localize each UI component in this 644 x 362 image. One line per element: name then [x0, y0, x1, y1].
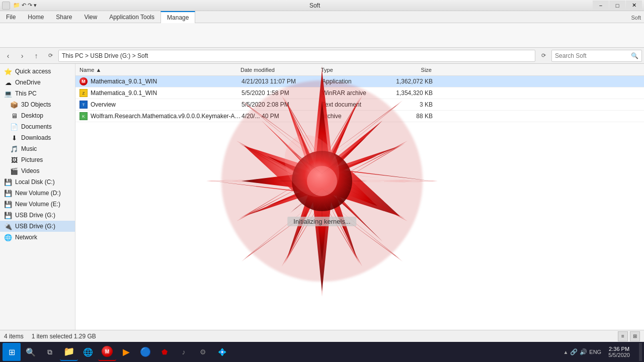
column-header-name[interactable]: Name ▲: [79, 67, 240, 73]
taskbar-task-view[interactable]: ⧉: [41, 343, 59, 361]
sidebar-item-desktop[interactable]: 🖥 Desktop: [0, 110, 75, 121]
items-count: 4 items: [4, 333, 24, 340]
taskbar-vlc[interactable]: ▶: [117, 343, 135, 361]
start-button[interactable]: ⊞: [3, 343, 21, 361]
tiles-view-button[interactable]: ⊞: [630, 331, 640, 341]
this-pc-icon: 💻: [4, 89, 12, 98]
sidebar-item-label: Network: [15, 234, 37, 241]
tab-home[interactable]: Home: [22, 11, 50, 23]
breadcrumb[interactable]: This PC > USB Drive (G:) > Soft: [58, 50, 535, 62]
column-header-size[interactable]: Size: [381, 67, 432, 73]
tab-share[interactable]: Share: [50, 11, 78, 23]
vst-icon: ♪: [182, 348, 186, 356]
taskbar-chrome[interactable]: 🔵: [136, 343, 154, 361]
sidebar-item-label: USB Drive (G:): [15, 212, 55, 219]
address-bar: ‹ › ↑ ⟳ This PC > USB Drive (G:) > Soft …: [0, 48, 644, 64]
taskbar-appx[interactable]: 💠: [213, 343, 231, 361]
sidebar-item-this-pc[interactable]: 💻 This PC: [0, 88, 75, 99]
tray-speaker-icon: 🔊: [580, 348, 587, 355]
column-header-date[interactable]: Date modified: [240, 67, 321, 73]
documents-icon: 📄: [10, 123, 18, 131]
close-button[interactable]: ✕: [626, 1, 642, 11]
network-icon: 🌐: [4, 233, 12, 241]
appx-icon: 💠: [218, 348, 226, 356]
sidebar-item-usb-drive-g-top[interactable]: 💾 USB Drive (G:): [0, 210, 75, 221]
file-size: 1,362,072 KB: [382, 78, 433, 85]
file-type: archive: [322, 113, 382, 120]
pictures-icon: 🖼: [10, 156, 18, 164]
taskbar-file-explorer[interactable]: 📁: [60, 343, 78, 361]
show-desktop-button[interactable]: [639, 343, 642, 361]
tab-title: Soft: [628, 13, 644, 23]
sidebar-item-label: Desktop: [21, 112, 43, 119]
refresh-button[interactable]: ⟳: [44, 50, 56, 62]
sidebar-item-quick-access[interactable]: ⭐ Quick access: [0, 66, 75, 77]
tab-view[interactable]: View: [78, 11, 103, 23]
tray-chevron[interactable]: ▲: [563, 349, 568, 355]
sidebar-item-downloads[interactable]: ⬇ Downloads: [0, 132, 75, 143]
back-button[interactable]: ‹: [2, 50, 14, 62]
table-row[interactable]: T Overview 5/5/2020 2:08 PM Text documen…: [75, 99, 644, 111]
file-icon-key: K: [79, 112, 88, 120]
start-icon: ⊞: [9, 347, 15, 357]
mathematica-icon: M: [102, 346, 113, 357]
minimize-button[interactable]: −: [593, 1, 609, 11]
taskbar-edge[interactable]: 🌐: [79, 343, 97, 361]
file-type: Text document: [322, 101, 382, 108]
sidebar-item-label: New Volume (D:): [15, 190, 61, 197]
taskbar-mathematica[interactable]: M: [98, 343, 116, 361]
sidebar-item-label: OneDrive: [15, 79, 41, 86]
sidebar: ⭐ Quick access ☁ OneDrive 💻 This PC 📦 3D…: [0, 64, 75, 346]
taskbar-process[interactable]: ⚙: [194, 343, 212, 361]
sidebar-item-local-disk-c[interactable]: 💾 Local Disk (C:): [0, 176, 75, 188]
file-type: Application: [322, 78, 382, 85]
sidebar-item-label: New Volume (E:): [15, 201, 60, 208]
file-size: 88 KB: [382, 113, 433, 120]
selected-info: 1 item selected 1.29 GB: [32, 333, 96, 340]
forward-button[interactable]: ›: [16, 50, 28, 62]
taskbar-vst[interactable]: ♪: [175, 343, 193, 361]
tray-icons: ▲ 🔗 🔊 ENG: [563, 348, 601, 355]
app-icon-small: [2, 2, 10, 10]
sidebar-item-label: USB Drive (G:): [15, 223, 55, 230]
sidebar-item-label: Quick access: [15, 68, 51, 75]
table-row[interactable]: K Wolfram.Research.Mathematica.v9.0.0.0.…: [75, 111, 644, 122]
details-view-button[interactable]: ≡: [618, 331, 628, 341]
sidebar-item-label: This PC: [15, 90, 37, 97]
taskbar-tray: ▲ 🔗 🔊 ENG 2:36 PM 5/5/2020: [563, 343, 642, 361]
file-type: WinRAR archive: [322, 89, 382, 97]
sidebar-item-new-volume-d[interactable]: 💾 New Volume (D:): [0, 188, 75, 199]
file-icon-doc: T: [79, 101, 88, 109]
task-view-icon: ⧉: [47, 348, 52, 356]
sidebar-item-new-volume-e[interactable]: 💾 New Volume (E:): [0, 199, 75, 210]
tab-manage[interactable]: Manage: [160, 11, 195, 23]
tab-file[interactable]: File: [0, 11, 22, 23]
table-row[interactable]: M Mathematica_9.0.1_WIN 4/21/2013 11:07 …: [75, 76, 644, 87]
column-header-type[interactable]: Type: [321, 67, 381, 73]
sidebar-item-network[interactable]: 🌐 Network: [0, 232, 75, 243]
sidebar-item-usb-drive-g[interactable]: 🔌 USB Drive (G:): [0, 221, 75, 232]
sidebar-item-pictures[interactable]: 🖼 Pictures: [0, 154, 75, 165]
sidebar-item-videos[interactable]: 🎬 Videos: [0, 165, 75, 176]
taskbar-search[interactable]: 🔍: [22, 343, 40, 361]
sidebar-item-label: Videos: [21, 167, 39, 174]
reaper-icon: ⬟: [162, 348, 168, 356]
maximize-button[interactable]: □: [609, 1, 625, 11]
quick-access-toolbar: 📁 ↶ ↷ ▾: [13, 2, 37, 9]
tab-application-tools[interactable]: Application Tools: [103, 11, 160, 23]
file-name: Mathematica_9.0.1_WIN: [91, 78, 242, 85]
clock-time: 2:36 PM: [608, 346, 630, 352]
sidebar-item-documents[interactable]: 📄 Documents: [0, 121, 75, 132]
edge-icon: 🌐: [83, 347, 93, 357]
local-disk-c-icon: 💾: [4, 178, 12, 186]
taskbar-reaper[interactable]: ⬟: [155, 343, 174, 361]
sidebar-item-music[interactable]: 🎵 Music: [0, 143, 75, 154]
sidebar-item-3d-objects[interactable]: 📦 3D Objects: [0, 99, 75, 110]
search-input[interactable]: [555, 52, 631, 59]
refresh-address-button[interactable]: ⟳: [537, 50, 549, 62]
title-bar: 📁 ↶ ↷ ▾ Soft − □ ✕: [0, 0, 644, 11]
sidebar-item-onedrive[interactable]: ☁ OneDrive: [0, 77, 75, 88]
table-row[interactable]: Z Mathematica_9.0.1_WIN 5/5/2020 1:58 PM…: [75, 87, 644, 99]
new-volume-d-icon: 💾: [4, 189, 12, 197]
up-button[interactable]: ↑: [30, 50, 42, 62]
